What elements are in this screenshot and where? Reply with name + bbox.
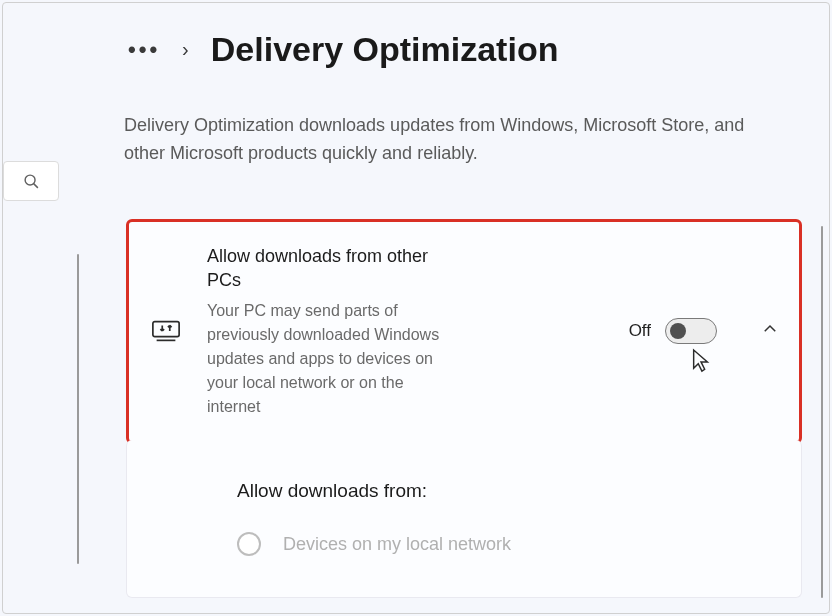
allow-downloads-card: Allow downloads from other PCs Your PC m… (126, 219, 802, 444)
card-title: Allow downloads from other PCs (207, 244, 453, 293)
toggle-state-label: Off (629, 321, 651, 341)
allow-downloads-toggle[interactable] (665, 318, 717, 344)
card-subtitle: Your PC may send parts of previously dow… (207, 299, 453, 419)
right-scroll-indicator[interactable] (821, 226, 823, 598)
cursor-icon (690, 348, 712, 378)
more-icon[interactable]: ••• (128, 37, 160, 63)
allow-downloads-from-panel: Allow downloads from: Devices on my loca… (126, 440, 802, 598)
toggle-group: Off (629, 318, 717, 344)
breadcrumb: ••• › Delivery Optimization (128, 30, 558, 69)
svg-point-0 (25, 175, 35, 185)
page-title: Delivery Optimization (211, 30, 559, 69)
search-icon (23, 173, 40, 190)
chevron-right-icon: › (182, 38, 189, 61)
radio-icon (237, 532, 261, 556)
svg-line-1 (33, 183, 37, 187)
subsection-title: Allow downloads from: (237, 480, 761, 502)
left-scroll-indicator (77, 254, 79, 564)
radio-label: Devices on my local network (283, 534, 511, 555)
page-description: Delivery Optimization downloads updates … (124, 112, 772, 168)
collapse-button[interactable] (761, 320, 779, 342)
svg-rect-2 (153, 322, 179, 337)
search-input[interactable] (3, 161, 59, 201)
network-transfer-icon (151, 319, 181, 343)
card-text: Allow downloads from other PCs Your PC m… (207, 244, 453, 419)
toggle-knob (670, 323, 686, 339)
radio-option-local-network[interactable]: Devices on my local network (237, 532, 761, 556)
chevron-up-icon (761, 320, 779, 338)
